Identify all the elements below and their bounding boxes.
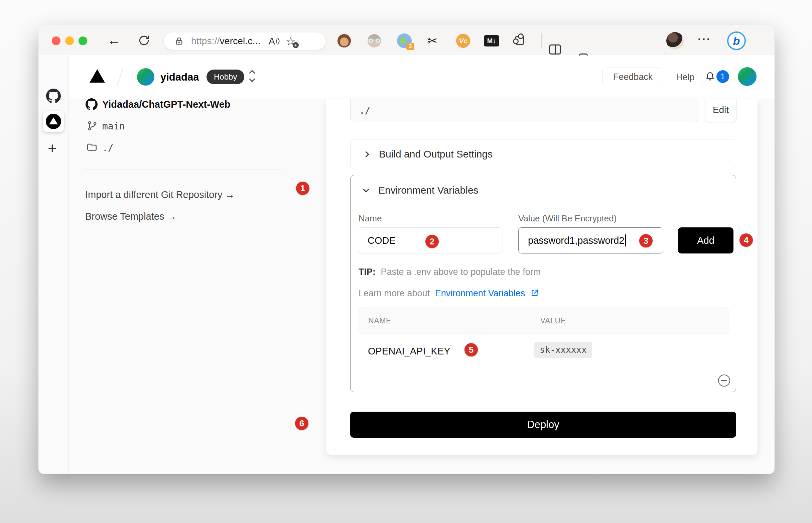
root-directory-value: ./ <box>359 105 371 116</box>
build-output-settings-section[interactable]: Build and Output Settings <box>350 139 736 169</box>
toolbar-divider <box>541 33 542 48</box>
read-aloud-icon[interactable]: A <box>269 36 280 47</box>
close-window-button[interactable] <box>52 36 60 45</box>
build-output-settings-title: Build and Output Settings <box>379 148 493 160</box>
new-tab-icon[interactable]: + <box>48 141 57 156</box>
value-label: Value (Will Be Encrypted) <box>518 213 617 224</box>
annotation-badge-2: 2 <box>426 235 439 248</box>
env-row-value-chip: sk-xxxxxx <box>534 342 592 358</box>
back-icon[interactable]: ← <box>107 33 121 47</box>
left-panel-divider <box>85 169 282 170</box>
browse-templates-link[interactable]: Browse Templates → <box>85 211 176 222</box>
env-table-header: NAME VALUE <box>359 307 729 335</box>
plan-badge: Hobby <box>207 70 244 84</box>
repo-github-icon <box>86 98 98 112</box>
env-row-name: OPENAI_API_KEY <box>368 346 450 357</box>
reload-icon[interactable] <box>138 34 150 48</box>
annotation-badge-3: 3 <box>639 234 653 248</box>
branch-name: main <box>102 121 125 132</box>
avatar-extension-icon[interactable] <box>367 34 381 48</box>
annotation-badge-1: 1 <box>296 182 309 195</box>
root-directory-field[interactable]: ./ <box>350 99 698 122</box>
vc-extension-icon[interactable]: Vc <box>456 34 470 48</box>
team-name[interactable]: yidadaa <box>160 71 199 83</box>
github-tab-icon[interactable] <box>46 89 61 105</box>
vercel-tab-active[interactable] <box>43 111 64 132</box>
help-link[interactable]: Help <box>676 72 695 83</box>
scissors-extension-icon[interactable]: ✂ <box>427 33 438 48</box>
env-value-value: password1,password2 <box>528 235 625 246</box>
split-screen-icon[interactable] <box>549 44 561 54</box>
extension-badge: 3 <box>406 43 414 50</box>
chevron-down-icon <box>363 186 369 192</box>
lock-icon <box>174 36 184 46</box>
minimize-window-button[interactable] <box>65 36 74 45</box>
env-table-header-value: VALUE <box>540 316 566 325</box>
external-link-icon[interactable] <box>530 289 539 300</box>
address-bar[interactable]: https://vercel.c... A ☆ + <box>164 33 326 50</box>
vercel-header-logo[interactable] <box>90 69 105 83</box>
git-branch-icon <box>87 120 98 132</box>
profile-avatar[interactable] <box>666 32 684 50</box>
edit-root-directory-button[interactable]: Edit <box>705 99 736 122</box>
monkey-extension-icon[interactable] <box>338 34 351 48</box>
deploy-button[interactable]: Deploy <box>350 412 736 438</box>
name-label: Name <box>359 213 382 224</box>
tabs-counter-extension-icon[interactable]: 3 <box>397 33 412 48</box>
more-menu-icon[interactable]: ··· <box>698 33 711 46</box>
desktop-background: ← https://vercel.c... A ☆ + 3 ✂ Vc M↓ + <box>0 0 812 523</box>
learn-more-prefix: Learn more about <box>359 288 430 298</box>
extensions-puzzle-icon[interactable] <box>515 36 524 45</box>
team-switcher-chevrons[interactable] <box>250 71 254 81</box>
markdown-extension-icon[interactable]: M↓ <box>484 35 499 47</box>
environment-variables-section: Environment Variables Name Value (Will B… <box>350 175 736 392</box>
env-table-header-name: NAME <box>368 316 391 325</box>
notifications-button[interactable]: 1 <box>701 67 732 86</box>
env-row-divider <box>359 368 729 368</box>
environment-variables-link[interactable]: Environment Variables <box>435 288 525 298</box>
configure-project-card: ./ Edit Build and Output Settings Enviro… <box>326 99 757 455</box>
add-favorite-icon[interactable]: ☆ + <box>286 35 296 48</box>
tip-label: TIP: <box>359 267 376 277</box>
root-directory-label: ./ <box>102 142 114 154</box>
environment-variables-title: Environment Variables <box>378 185 478 196</box>
tip-text: TIP: Paste a .env above to populate the … <box>359 267 541 277</box>
team-avatar[interactable] <box>137 68 154 86</box>
learn-more-line: Learn more about Environment Variables <box>359 288 539 300</box>
zoom-window-button[interactable] <box>78 36 87 45</box>
annotation-badge-6: 6 <box>295 417 308 430</box>
add-env-var-button[interactable]: Add <box>678 228 734 253</box>
env-name-value: CODE <box>367 235 396 246</box>
tip-body: Paste a .env above to populate the form <box>381 267 541 277</box>
vercel-logo-icon <box>46 114 61 129</box>
text-caret <box>625 234 626 247</box>
user-avatar[interactable] <box>738 67 757 86</box>
bell-icon <box>705 72 715 82</box>
notification-count-badge: 1 <box>716 70 729 83</box>
annotation-badge-5: 5 <box>465 343 478 357</box>
environment-variables-header[interactable]: Environment Variables <box>351 175 736 205</box>
import-different-repo-link[interactable]: Import a different Git Repository → <box>85 189 235 200</box>
repo-name: Yidadaa/ChatGPT-Next-Web <box>102 99 230 110</box>
bing-chat-icon[interactable]: b <box>727 32 746 50</box>
annotation-badge-4: 4 <box>739 233 753 247</box>
feedback-button[interactable]: Feedback <box>603 68 663 86</box>
remove-env-var-button[interactable] <box>718 375 730 386</box>
chevron-right-icon <box>363 151 369 157</box>
folder-icon <box>86 142 98 155</box>
sidebar-divider <box>44 138 62 138</box>
url-text: https://vercel.c... <box>191 36 261 47</box>
